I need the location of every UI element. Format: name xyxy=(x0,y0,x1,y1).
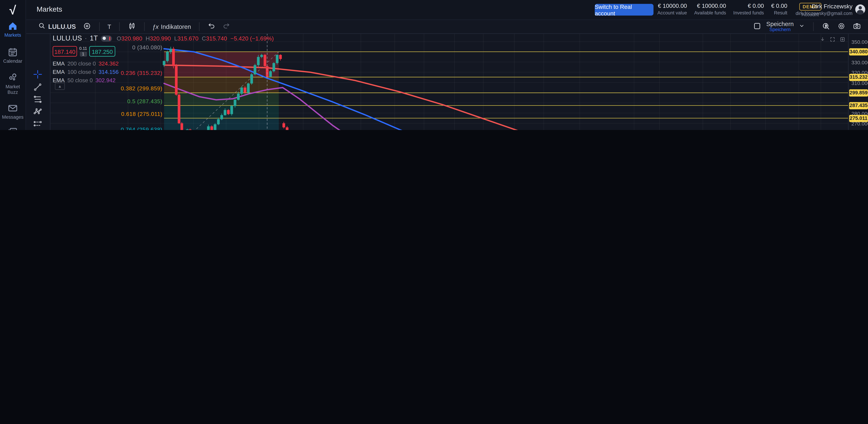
fib-level-label: 0.382 (299.859) xyxy=(52,85,162,91)
pane-down-icon[interactable] xyxy=(819,36,826,44)
drawing-toolbar xyxy=(26,33,51,130)
main-chart-pane[interactable] xyxy=(50,33,848,130)
sidebar-item-label: Messages xyxy=(0,115,26,120)
price-scale[interactable]: 350.000330.000320.000310.000280.000270.0… xyxy=(848,33,868,130)
spread-display: 0.11 1 xyxy=(77,46,89,57)
undo-button[interactable] xyxy=(204,22,219,31)
search-icon xyxy=(38,22,46,31)
avatar[interactable] xyxy=(855,4,865,15)
pane-maximize-icon[interactable] xyxy=(829,36,836,44)
ema-legend-row[interactable]: EMA100 close 0314.156 xyxy=(53,69,119,75)
sell-price-button[interactable]: 187.140 xyxy=(53,46,77,57)
app-sidebar: √ MarketsCalendarMarket BuzzMessagesNews xyxy=(0,0,26,130)
fib-level-label: 0.5 (287.435) xyxy=(52,98,162,104)
price-badge: 299.859 xyxy=(849,89,868,96)
flash-search-icon xyxy=(822,21,830,31)
save-dropdown-button[interactable] xyxy=(795,22,809,31)
quick-search-button[interactable] xyxy=(818,21,834,31)
stat-value: € 10000.00 xyxy=(694,2,726,9)
legend-symbol[interactable]: LULU.US xyxy=(53,34,82,42)
sidebar-item-label: Market Buzz xyxy=(0,84,26,95)
indicators-button[interactable]: ƒx Indikatoren xyxy=(149,23,194,30)
account-stat: € 0.00Result xyxy=(771,2,787,16)
save-layout-button[interactable]: Speichern Speichern xyxy=(766,21,794,32)
legend-separator: · xyxy=(85,34,87,42)
sidebar-item-label: Calendar xyxy=(0,59,26,64)
redo-button[interactable] xyxy=(219,22,234,31)
stat-label: Account value xyxy=(657,10,687,16)
candlestick-icon xyxy=(127,21,136,31)
sidebar-item-messages[interactable]: Messages xyxy=(0,103,26,120)
buy-price-button[interactable]: 187.250 xyxy=(89,46,115,57)
trading-app: √ MarketsCalendarMarket BuzzMessagesNews… xyxy=(0,0,868,130)
fib-level-label: 0.618 (275.011) xyxy=(52,111,162,117)
chart-toolbar: LULU.US T ƒx Indikatoren Speichern Speic… xyxy=(26,20,868,34)
compare-add-button[interactable] xyxy=(79,21,95,31)
pane-more-icon[interactable] xyxy=(839,36,846,44)
chart-style-button[interactable] xyxy=(124,21,140,31)
ohlc-pair: L315.670 xyxy=(174,35,198,41)
lot-value: 1 xyxy=(80,51,87,56)
fib-retracement-tool-icon[interactable] xyxy=(33,94,42,104)
ema-legend-row[interactable]: EMA200 close 0324.362 xyxy=(53,60,119,66)
app-header: Markets Switch to Real account € 10000.0… xyxy=(26,0,868,20)
xabcd-pattern-tool-icon[interactable] xyxy=(33,107,42,116)
change-value: −5.420 (−1.69%) xyxy=(230,35,274,41)
legend-interval[interactable]: 1T xyxy=(90,34,98,42)
stat-label: Invested funds xyxy=(733,10,764,16)
sidebar-item-calendar[interactable]: Calendar xyxy=(0,47,26,64)
plus-circle-icon xyxy=(83,21,91,31)
redo-icon xyxy=(222,22,230,31)
user-block[interactable]: Dirk Friczewsky dirk.friczewsky@gmail.co… xyxy=(796,3,852,16)
chart-settings-button[interactable] xyxy=(834,21,849,31)
undo-icon xyxy=(207,22,215,31)
pane-controls xyxy=(819,36,846,44)
sidebar-item-markets[interactable]: Markets xyxy=(0,21,26,38)
price-badge: 287.435 xyxy=(849,102,868,109)
user-email: dirk.friczewsky@gmail.com xyxy=(796,10,852,16)
sidebar-item-market-buzz[interactable]: Market Buzz xyxy=(0,72,26,95)
stat-value: € 0.00 xyxy=(771,2,787,9)
price-badge: 275.011 xyxy=(849,114,868,122)
ohlc-pair: H320.990 xyxy=(146,35,171,41)
snapshot-button[interactable] xyxy=(849,21,865,31)
ohlc-pair: C315.740 xyxy=(202,35,227,41)
stat-value: € 0.00 xyxy=(733,2,764,9)
ohlc-pair: O320.980 xyxy=(117,35,142,41)
fx-icon: ƒx xyxy=(152,23,159,30)
save-label: Speichern xyxy=(766,21,794,26)
layout-icon xyxy=(753,21,762,31)
price-tick: 350.000 xyxy=(851,39,868,45)
crosshair-tool-icon[interactable] xyxy=(33,69,42,79)
price-tick: 330.000 xyxy=(851,59,868,65)
stat-label: Available funds xyxy=(694,10,726,16)
switch-to-real-account-button[interactable]: Switch to Real account xyxy=(595,4,653,16)
account-stat: € 0.00Invested funds xyxy=(733,2,764,16)
visibility-toggle-icon[interactable] xyxy=(101,35,112,41)
user-name: Dirk Friczewsky xyxy=(796,3,852,9)
ema-legend-row[interactable]: EMA50 close 0302.942 xyxy=(53,77,116,83)
chevron-down-icon xyxy=(798,22,806,31)
symbol-search-button[interactable]: LULU.US xyxy=(34,22,79,31)
brand-logo-icon[interactable]: √ xyxy=(0,2,26,19)
save-hint: Speichern xyxy=(769,26,790,32)
sidebar-item-label: Markets xyxy=(0,33,26,38)
price-badge: 315.232 xyxy=(849,74,868,81)
chart-legend: LULU.US · 1T O320.980H320.990L315.670C31… xyxy=(53,34,274,42)
legend-collapse-button[interactable]: ▲ xyxy=(55,83,65,90)
gear-icon xyxy=(837,21,846,31)
account-stat: € 10000.00Account value xyxy=(657,2,687,16)
interval-button[interactable]: T xyxy=(104,23,115,30)
stat-value: € 10000.00 xyxy=(657,2,687,9)
camera-icon xyxy=(852,21,861,31)
long-position-tool-icon[interactable] xyxy=(33,119,42,129)
fib-level-label: 0.764 (259.638) xyxy=(52,127,162,130)
indicators-label: Indikatoren xyxy=(161,23,191,30)
spread-value: 0.11 xyxy=(79,47,87,51)
trend-line-tool-icon[interactable] xyxy=(33,82,42,92)
sidebar-item-news[interactable]: News xyxy=(0,126,26,130)
symbol-name: LULU.US xyxy=(48,23,76,30)
layout-button[interactable] xyxy=(750,21,765,31)
account-stat: € 10000.00Available funds xyxy=(694,2,726,16)
page-title: Markets xyxy=(37,5,62,13)
